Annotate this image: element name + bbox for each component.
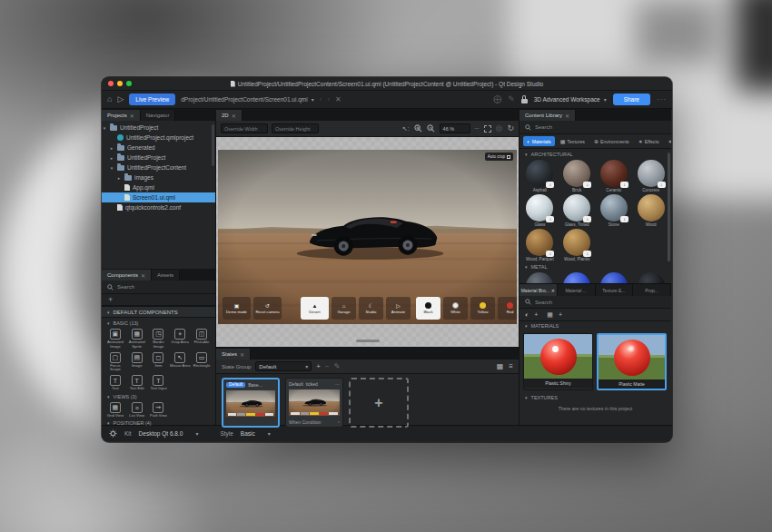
zoom-window-button[interactable] <box>126 81 132 86</box>
highlight-bounds-icon[interactable]: ◎ <box>496 124 503 133</box>
zoom-in-icon[interactable] <box>414 124 422 133</box>
add-state-button[interactable]: + <box>349 378 409 428</box>
edit-state-group-icon[interactable]: ✎ <box>334 362 341 370</box>
close-icon[interactable]: ✕ <box>565 113 569 119</box>
tab-materials[interactable]: ◐Materials <box>523 136 555 146</box>
component-list-view[interactable]: ≡List View <box>126 401 148 419</box>
preview-overlay-badge[interactable]: Auto crop <box>485 153 513 161</box>
breadcrumb[interactable]: dProject/UntitledProjectContent/Screen01… <box>181 96 313 103</box>
state-menu-button[interactable]: ··· <box>335 381 340 387</box>
component-focus-scope[interactable]: ▢Focus Scope <box>104 351 126 373</box>
list-view-icon[interactable]: ≡ <box>509 362 513 370</box>
component-drop-area[interactable]: ⌖Drop Area <box>169 328 191 350</box>
tree-item[interactable]: ▸images <box>102 172 215 182</box>
env-garage-button[interactable]: ⌂Garage <box>332 297 356 320</box>
component-text[interactable]: TText <box>104 374 126 391</box>
horizontal-scrollbar[interactable] <box>356 340 380 342</box>
demo-mode-button[interactable]: ▣Demo mode <box>223 297 251 320</box>
tree-item[interactable]: UntitledProject.qmlproject <box>102 133 215 143</box>
section-metal[interactable]: ▾METAL <box>520 262 671 271</box>
material-glass[interactable]: ↓Glass <box>521 194 559 227</box>
share-button[interactable]: Share <box>613 94 650 105</box>
more-options-button[interactable]: ··· <box>657 95 667 103</box>
close-icon[interactable]: ✕ <box>551 288 555 293</box>
component-image[interactable]: ▤Image <box>126 351 148 373</box>
go-back-icon[interactable]: ‹ <box>320 95 322 103</box>
material-stone[interactable]: ↓Stone <box>596 194 633 227</box>
live-preview-button[interactable]: Live Preview <box>129 94 175 105</box>
default-state-toggle[interactable]: Default <box>289 381 303 387</box>
go-forward-icon[interactable]: › <box>327 95 330 103</box>
material-metal-2[interactable] <box>559 272 596 283</box>
annotation-tool-icon[interactable]: ✎ <box>508 95 515 103</box>
section-default-components[interactable]: ▾DEFAULT COMPONENTS <box>102 306 215 318</box>
cursor-tool-icon[interactable]: ↖: <box>402 125 410 132</box>
env-desert-button[interactable]: ▲Desert <box>301 297 329 320</box>
material-browser-search[interactable]: Search <box>520 296 671 309</box>
add-module-button[interactable]: + <box>102 294 215 306</box>
tree-item[interactable]: ▸Generated <box>102 143 215 153</box>
rendered-screen[interactable]: Auto crop ▣Demo mode ↺Reset camera ▲Dese… <box>218 150 517 324</box>
component-path-view[interactable]: ⇝Path View <box>148 401 170 419</box>
color-yellow-button[interactable]: Yellow <box>470 297 495 320</box>
component-flickable[interactable]: ◫Flickable <box>191 328 213 350</box>
zoom-level-select[interactable]: 46 % <box>440 123 470 133</box>
add-state-group-icon[interactable]: + <box>316 362 321 370</box>
workspace-selector[interactable]: 3D Advanced Workspace ▾ <box>534 96 607 103</box>
library-scrollbar[interactable] <box>668 153 670 261</box>
tab-components[interactable]: Components✕ <box>102 270 152 281</box>
close-document-icon[interactable]: ✕ <box>335 95 341 103</box>
material-glass-tinted[interactable]: ↓Glass, Tinted <box>559 194 596 227</box>
component-grid-view[interactable]: ▦Grid View <box>104 401 126 419</box>
close-icon[interactable]: ✕ <box>130 113 134 119</box>
tab-environments[interactable]: ⊕Environments <box>590 136 633 146</box>
material-plastic-matte[interactable]: Plastic Matte <box>597 333 667 390</box>
download-icon[interactable]: ↓ <box>583 182 591 188</box>
material-plastic-shiny[interactable]: Plastic Shiny <box>523 333 593 390</box>
override-width-input[interactable]: Override Width <box>221 123 268 133</box>
style-selector[interactable]: Basic▾ <box>241 430 271 437</box>
add-material-button[interactable]: + <box>534 311 538 318</box>
tab-navigator[interactable]: Navigator <box>141 110 176 121</box>
section-architectural[interactable]: ▾ARCHITECTURAL <box>520 149 671 159</box>
section-positioner[interactable]: ▾POSITIONER (4) <box>102 419 215 429</box>
lock-icon[interactable] <box>521 95 528 103</box>
color-white-button[interactable]: White <box>443 297 468 320</box>
material-wood-parquet[interactable]: ↓Wood, Parquet <box>521 229 559 261</box>
state-group-select[interactable]: Default▾ <box>255 361 312 371</box>
color-black-button[interactable]: Black <box>416 297 440 320</box>
component-border-image[interactable]: ◳Border Image <box>148 328 170 350</box>
material-wood-planks[interactable]: ↓Wood, Planks <box>559 229 596 261</box>
section-materials[interactable]: ▾MATERIALS <box>520 321 671 330</box>
merge-tool-icon[interactable]: ⨁ <box>493 95 501 103</box>
material-brick[interactable]: ↓Brick <box>559 160 596 192</box>
tab-material-editor[interactable]: Material ... <box>558 284 596 296</box>
2d-canvas[interactable]: Auto crop ▣Demo mode ↺Reset camera ▲Dese… <box>216 137 519 347</box>
download-icon[interactable]: ↓ <box>583 216 591 222</box>
material-ceramic[interactable]: ↓Ceramic <box>596 160 633 192</box>
close-icon[interactable]: ✕ <box>232 113 236 119</box>
component-animated-sprite[interactable]: ▦Animated Sprite <box>126 328 148 350</box>
env-studio-button[interactable]: ☾Studio <box>359 297 383 320</box>
tab-properties[interactable]: Prop... <box>633 284 671 296</box>
tree-scrollbar[interactable] <box>212 124 214 166</box>
close-icon[interactable]: ✕ <box>141 272 145 279</box>
download-icon[interactable]: ↓ <box>546 182 554 188</box>
animate-button[interactable]: ▷Animate <box>386 297 411 320</box>
component-text-edit[interactable]: TText Edit <box>126 374 148 391</box>
gear-icon[interactable] <box>109 429 117 438</box>
fit-selection-icon[interactable] <box>484 125 491 133</box>
tab-states[interactable]: States✕ <box>216 349 251 360</box>
download-icon[interactable]: ↓ <box>546 251 554 257</box>
home-icon[interactable]: ⌂ <box>107 95 112 103</box>
tab-textures[interactable]: ▦Textures <box>557 136 589 146</box>
thumbnail-view-icon[interactable]: ▦ <box>497 362 504 370</box>
tab-assets[interactable]: Assets <box>152 270 180 281</box>
tree-item-selected[interactable]: Screen01.ui.qml <box>102 192 215 202</box>
component-rectangle[interactable]: ▭Rectangle <box>191 351 213 373</box>
tree-item[interactable]: ▾UntitledProject <box>102 123 215 133</box>
component-text-input[interactable]: TText Input <box>148 374 170 391</box>
override-height-input[interactable]: Override Height <box>272 123 319 133</box>
state-card-base[interactable]: DefaultBase... <box>222 378 280 428</box>
close-window-button[interactable] <box>108 81 114 86</box>
